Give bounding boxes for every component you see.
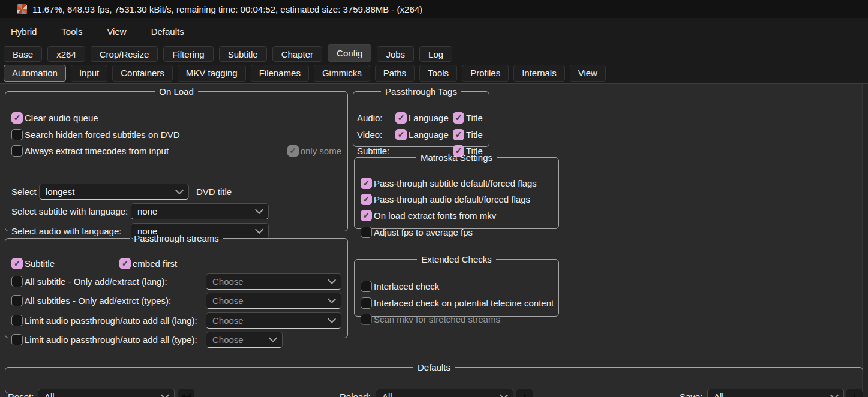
checkbox-interlaced-telecine[interactable]: Interlaced check on potential telecine c… bbox=[361, 297, 554, 309]
checkbox-label: only some bbox=[301, 146, 341, 156]
checkbox-audio-title[interactable]: Title bbox=[453, 112, 483, 124]
checkbox-video-language[interactable]: Language bbox=[395, 129, 449, 140]
menu-hybrid[interactable]: Hybrid bbox=[11, 24, 37, 39]
checkbox-audio-language[interactable]: Language bbox=[395, 112, 449, 124]
checkbox-box bbox=[361, 194, 372, 205]
checkbox-label: All subtitles - Only add/extrct (types): bbox=[25, 296, 171, 306]
checkbox-embed-first[interactable]: embed first bbox=[119, 258, 177, 269]
checkbox-box bbox=[361, 281, 372, 292]
tab-base[interactable]: Base bbox=[4, 46, 42, 62]
checkbox-box bbox=[361, 227, 372, 238]
checkbox-label: Pass-through subtitle default/forced fla… bbox=[374, 178, 537, 188]
tab-log[interactable]: Log bbox=[419, 46, 452, 62]
limit-audio-lang-dropdown[interactable]: Choose bbox=[206, 312, 341, 329]
checkbox-box bbox=[361, 210, 372, 221]
checkbox-box bbox=[11, 145, 23, 157]
dvd-title-dropdown[interactable]: longest bbox=[39, 184, 189, 200]
reload-label: Reload: bbox=[340, 392, 371, 397]
checkbox-subtitle-passthrough[interactable]: Subtitle bbox=[11, 258, 55, 269]
hybrid-app-window: { "window": { "title": "11.67%, 648.93 f… bbox=[0, 0, 868, 397]
subtab-tools[interactable]: Tools bbox=[419, 65, 457, 82]
all-subtitles-types-dropdown[interactable]: Choose bbox=[206, 293, 341, 309]
group-defaults: Defaults Reset: All ↩ Reload: All ↑ Save… bbox=[5, 362, 863, 393]
window-right-gutter bbox=[862, 84, 868, 397]
subtab-internals[interactable]: Internals bbox=[513, 65, 565, 82]
dropdown-value: Choose bbox=[212, 315, 244, 326]
subtab-filenames[interactable]: Filenames bbox=[251, 65, 309, 82]
row-label: Audio: bbox=[357, 113, 383, 123]
checkbox-extract-fonts-mkv[interactable]: On load extract fonts from mkv bbox=[361, 210, 496, 221]
checkbox-label: All subtitle - Only add/extract (lang): bbox=[25, 276, 167, 287]
tab-chapter[interactable]: Chapter bbox=[272, 46, 322, 62]
checkbox-label: Interlaced check bbox=[374, 281, 439, 291]
group-on-load: On Load Clear audio queue Search hidden … bbox=[5, 86, 348, 231]
limit-audio-type-dropdown[interactable]: Choose bbox=[206, 332, 283, 348]
reset-dropdown[interactable]: All bbox=[38, 389, 175, 397]
subtab-input[interactable]: Input bbox=[71, 65, 107, 82]
chevron-down-icon bbox=[328, 295, 336, 303]
reset-undo-button[interactable]: ↩ bbox=[178, 389, 194, 397]
checkbox-passthrough-subtitle-flags[interactable]: Pass-through subtitle default/forced fla… bbox=[361, 178, 537, 189]
checkbox-box bbox=[287, 145, 299, 157]
select-subtitle-language-label: Select subtitle with language: bbox=[11, 206, 128, 216]
subtab-gimmicks[interactable]: Gimmicks bbox=[314, 65, 370, 82]
menubar: Hybrid Tools View Defaults bbox=[0, 18, 868, 45]
dvd-title-suffix-label: DVD title bbox=[196, 187, 232, 197]
chevron-down-icon bbox=[175, 186, 184, 194]
save-button[interactable]: ↓ bbox=[846, 389, 863, 397]
checkbox-video-title[interactable]: Title bbox=[453, 129, 483, 140]
group-title: Passthrough Tags bbox=[381, 86, 461, 97]
checkbox-box bbox=[395, 129, 407, 140]
save-label: Save: bbox=[680, 392, 702, 397]
group-title: Matroska Settings bbox=[416, 152, 497, 163]
reload-button[interactable]: ↑ bbox=[516, 389, 533, 397]
checkbox-adjust-fps-average[interactable]: Adjust fps to average fps bbox=[361, 227, 473, 238]
dropdown-value: Choose bbox=[212, 296, 244, 306]
checkbox-box bbox=[395, 112, 407, 124]
dropdown-value: Choose bbox=[212, 335, 244, 345]
checkbox-box bbox=[11, 129, 23, 140]
tab-jobs[interactable]: Jobs bbox=[377, 46, 414, 62]
menu-tools[interactable]: Tools bbox=[61, 24, 82, 39]
main-tabbar: Base x264 Crop/Resize Filtering Subtitle… bbox=[0, 45, 868, 62]
chevron-down-icon bbox=[161, 391, 169, 397]
checkbox-limit-audio-type[interactable]: Limit audio passthrough/auto add all (ty… bbox=[11, 334, 197, 345]
save-dropdown[interactable]: All bbox=[707, 389, 844, 397]
tab-filtering[interactable]: Filtering bbox=[163, 46, 213, 62]
subtab-paths[interactable]: Paths bbox=[375, 65, 415, 82]
titlebar: 11.67%, 648.93 fps, 7531.30 kBit/s, rema… bbox=[0, 0, 868, 18]
group-passthrough-streams: Passthrough streams Subtitle embed first… bbox=[5, 233, 348, 338]
checkbox-limit-audio-lang[interactable]: Limit audio passthrough/auto add all (la… bbox=[11, 315, 197, 326]
subtab-profiles[interactable]: Profiles bbox=[462, 65, 509, 82]
all-subtitle-lang-dropdown[interactable]: Choose bbox=[206, 273, 341, 290]
tab-crop-resize[interactable]: Crop/Resize bbox=[91, 46, 158, 62]
checkbox-passthrough-audio-flags[interactable]: Pass-through audio default/forced flags bbox=[361, 194, 530, 205]
checkbox-search-hidden-forced-subtitles[interactable]: Search hidden forced subtitles on DVD bbox=[11, 129, 179, 140]
subtab-mkv-tagging[interactable]: MKV tagging bbox=[178, 65, 246, 82]
tab-config[interactable]: Config bbox=[328, 44, 371, 62]
checkbox-all-subtitles-types[interactable]: All subtitles - Only add/extrct (types): bbox=[11, 295, 171, 306]
checkbox-box bbox=[11, 334, 23, 345]
group-extended-checks: Extended Checks Interlaced check Interla… bbox=[354, 254, 559, 317]
subtab-automation[interactable]: Automation bbox=[4, 65, 66, 82]
chevron-down-icon bbox=[269, 334, 277, 342]
reload-dropdown[interactable]: All bbox=[376, 389, 513, 397]
dropdown-value: longest bbox=[46, 187, 74, 197]
checkbox-always-extract-timecodes[interactable]: Always extract timecodes from input bbox=[11, 145, 169, 157]
subtab-view[interactable]: View bbox=[570, 65, 606, 82]
checkbox-interlaced-check[interactable]: Interlaced check bbox=[361, 281, 439, 292]
menu-view[interactable]: View bbox=[107, 24, 126, 39]
subtitle-language-dropdown[interactable]: none bbox=[131, 203, 269, 219]
checkbox-clear-audio-queue[interactable]: Clear audio queue bbox=[11, 112, 98, 124]
menu-defaults[interactable]: Defaults bbox=[151, 24, 184, 39]
tab-x264[interactable]: x264 bbox=[47, 46, 85, 62]
checkbox-box bbox=[11, 315, 23, 326]
subtab-containers[interactable]: Containers bbox=[112, 65, 173, 82]
dropdown-value: All bbox=[382, 392, 392, 397]
chevron-down-icon bbox=[500, 391, 508, 397]
checkbox-all-subtitle-lang[interactable]: All subtitle - Only add/extract (lang): bbox=[11, 276, 167, 287]
tab-subtitle[interactable]: Subtitle bbox=[219, 46, 267, 62]
checkbox-box bbox=[453, 129, 464, 140]
dropdown-value: none bbox=[137, 206, 157, 216]
checkbox-label: On load extract fonts from mkv bbox=[374, 210, 496, 221]
